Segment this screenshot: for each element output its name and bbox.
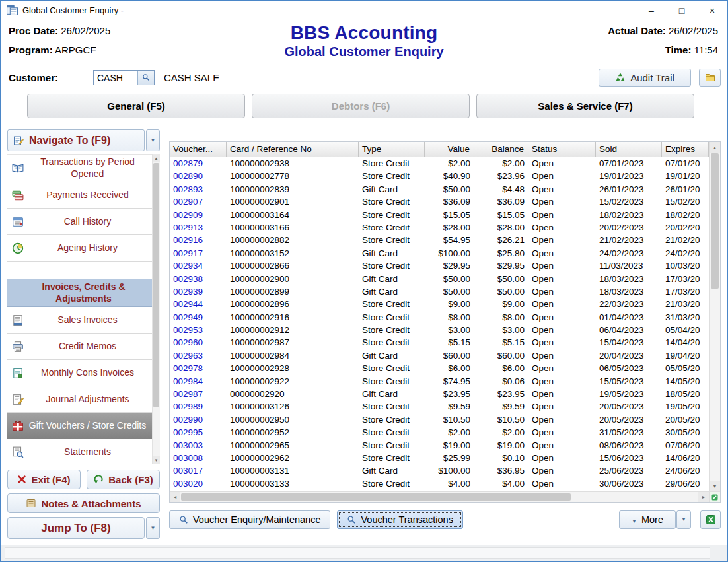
- table-row[interactable]: 002978 100000002928 Store Credit $6.00 $…: [170, 362, 709, 374]
- sidebar-item-payments-received[interactable]: Payments Received: [7, 182, 160, 209]
- column-header[interactable]: Voucher...: [170, 142, 227, 157]
- voucher-link[interactable]: 002879: [170, 157, 227, 170]
- scroll-up-arrow[interactable]: [710, 142, 720, 153]
- voucher-link[interactable]: 002989: [170, 400, 227, 413]
- customer-code-value[interactable]: CASH: [94, 71, 137, 85]
- voucher-link[interactable]: 002917: [170, 247, 227, 260]
- sidebar-item-credit-memos[interactable]: Credit Memos: [7, 334, 160, 360]
- scroll-right-arrow[interactable]: [698, 492, 709, 502]
- more-dropdown-button[interactable]: [676, 510, 691, 529]
- voucher-link[interactable]: 003017: [170, 464, 227, 477]
- navigate-to-button[interactable]: Navigate To (F9): [7, 129, 145, 151]
- voucher-link[interactable]: 002909: [170, 209, 227, 221]
- table-row[interactable]: 002909 100000003164 Store Credit $15.05 …: [170, 209, 709, 221]
- column-header[interactable]: Card / Reference No: [227, 142, 359, 157]
- voucher-enquiry-button[interactable]: Voucher Enquiry/Maintenance: [169, 510, 330, 529]
- back-button[interactable]: Back (F3): [87, 470, 160, 489]
- tab-debtors[interactable]: Debtors (F6): [252, 94, 470, 118]
- voucher-link[interactable]: 002907: [170, 195, 227, 208]
- table-row[interactable]: 002995 100000002952 Store Credit $2.00 $…: [170, 426, 709, 439]
- table-row[interactable]: 003017 100000003131 Gift Card $100.00 $3…: [170, 464, 709, 477]
- table-row[interactable]: 002939 100000002899 Gift Card $50.00 $50…: [170, 285, 709, 298]
- voucher-link[interactable]: 002953: [170, 324, 227, 336]
- sidebar-item-gift-vouchers-store-credits[interactable]: Gift Vouchers / Store Credits: [7, 413, 160, 439]
- audit-trail-button[interactable]: Audit Trail: [599, 69, 691, 87]
- table-row[interactable]: 002916 100000002882 Store Credit $54.95 …: [170, 234, 709, 246]
- voucher-link[interactable]: 002960: [170, 336, 227, 349]
- scrollbar-thumb[interactable]: [153, 163, 159, 407]
- close-button[interactable]: ×: [697, 1, 727, 20]
- voucher-link[interactable]: 002949: [170, 311, 227, 324]
- table-row[interactable]: 002984 100000002922 Store Credit $74.95 …: [170, 375, 709, 388]
- scroll-left-arrow[interactable]: [170, 492, 180, 502]
- voucher-link[interactable]: 003008: [170, 452, 227, 464]
- voucher-link[interactable]: 002913: [170, 221, 227, 234]
- column-header[interactable]: Value: [425, 142, 474, 157]
- documents-folder-button[interactable]: [699, 69, 721, 87]
- tab-sales-service[interactable]: Sales & Service (F7): [476, 94, 694, 118]
- column-header[interactable]: Balance: [474, 142, 528, 157]
- table-row[interactable]: 002913 100000003166 Store Credit $28.00 …: [170, 221, 709, 234]
- table-row[interactable]: 003008 100000002962 Store Credit $25.99 …: [170, 452, 709, 464]
- table-row[interactable]: 002987 00000002920 Gift Card $23.95 $23.…: [170, 388, 709, 400]
- column-header[interactable]: Sold: [596, 142, 662, 157]
- voucher-link[interactable]: 002934: [170, 260, 227, 272]
- sidebar-scrollbar[interactable]: [152, 154, 160, 464]
- table-row[interactable]: 002879 100000002938 Store Credit $2.00 $…: [170, 157, 709, 170]
- voucher-link[interactable]: 002890: [170, 170, 227, 182]
- table-vertical-scrollbar[interactable]: [709, 142, 720, 491]
- column-header[interactable]: Expires: [662, 142, 709, 157]
- voucher-transactions-button[interactable]: Voucher Transactions: [337, 510, 462, 529]
- voucher-link[interactable]: 002916: [170, 234, 227, 246]
- voucher-link[interactable]: 002990: [170, 413, 227, 426]
- column-header[interactable]: Status: [528, 142, 596, 157]
- voucher-link[interactable]: 002939: [170, 285, 227, 298]
- table-horizontal-scrollbar[interactable]: [170, 491, 709, 502]
- minimize-button[interactable]: –: [636, 1, 667, 20]
- jump-to-button[interactable]: Jump To (F8): [7, 517, 145, 539]
- scroll-up-arrow[interactable]: [153, 154, 160, 162]
- table-row[interactable]: 002934 100000002866 Store Credit $29.95 …: [170, 260, 709, 272]
- exit-button[interactable]: Exit (F4): [7, 470, 81, 489]
- scrollbar-thumb[interactable]: [181, 493, 571, 501]
- table-row[interactable]: 003003 100000002965 Store Credit $19.00 …: [170, 439, 709, 452]
- table-row[interactable]: 002960 100000002987 Store Credit $5.15 $…: [170, 336, 709, 349]
- voucher-link[interactable]: 002944: [170, 298, 227, 310]
- notes-attachments-button[interactable]: Notes & Attachments: [7, 493, 160, 513]
- sidebar-item-transactions-by-period-opened[interactable]: Transactions by Period Opened: [7, 155, 160, 182]
- customer-search-button[interactable]: [137, 71, 154, 85]
- sidebar-item-sales-invoices[interactable]: Sales Invoices: [7, 307, 160, 334]
- voucher-link[interactable]: 002978: [170, 362, 227, 374]
- table-row[interactable]: 002990 100000002950 Store Credit $10.50 …: [170, 413, 709, 426]
- voucher-link[interactable]: 002987: [170, 388, 227, 400]
- voucher-link[interactable]: 002893: [170, 183, 227, 195]
- voucher-link[interactable]: 003020: [170, 477, 227, 490]
- table-row[interactable]: 002949 100000002916 Store Credit $8.00 $…: [170, 311, 709, 324]
- scroll-down-arrow[interactable]: [153, 456, 160, 464]
- voucher-link[interactable]: 002963: [170, 349, 227, 362]
- voucher-link[interactable]: 002938: [170, 273, 227, 285]
- sidebar-item-monthly-cons-invoices[interactable]: Monthly Cons Invoices: [7, 360, 160, 386]
- table-row[interactable]: 002907 100000002901 Store Credit $36.09 …: [170, 195, 709, 208]
- more-button[interactable]: More: [619, 510, 676, 529]
- sidebar-item-ageing-history[interactable]: Ageing History: [7, 235, 160, 262]
- tab-general[interactable]: General (F5): [27, 94, 245, 118]
- table-row[interactable]: 002917 100000003152 Gift Card $100.00 $2…: [170, 247, 709, 260]
- title-bar[interactable]: Global Customer Enquiry - – □ ×: [1, 1, 727, 20]
- table-row[interactable]: 003020 100000003133 Store Credit $4.00 $…: [170, 477, 709, 490]
- grid-corner-button[interactable]: [709, 491, 720, 502]
- jump-to-dropdown-button[interactable]: [146, 517, 160, 539]
- table-row[interactable]: 002953 100000002912 Store Credit $3.00 $…: [170, 324, 709, 336]
- table-row[interactable]: 002963 100000002984 Gift Card $60.00 $60…: [170, 349, 709, 362]
- maximize-button[interactable]: □: [667, 1, 697, 20]
- voucher-link[interactable]: 002984: [170, 375, 227, 388]
- sidebar-item-call-history[interactable]: Call History: [7, 209, 160, 235]
- voucher-link[interactable]: 002995: [170, 426, 227, 439]
- export-excel-button[interactable]: [700, 510, 721, 529]
- sidebar-item-statements[interactable]: Statements: [7, 439, 160, 464]
- customer-code-input[interactable]: CASH: [93, 70, 155, 85]
- column-header[interactable]: Type: [359, 142, 425, 157]
- table-row[interactable]: 002893 100000002839 Gift Card $50.00 $4.…: [170, 183, 709, 195]
- sidebar-item-invoices-credits-adjustments[interactable]: Invoices, Credits & Adjustments: [7, 279, 160, 307]
- table-row[interactable]: 002989 100000003126 Store Credit $9.59 $…: [170, 400, 709, 413]
